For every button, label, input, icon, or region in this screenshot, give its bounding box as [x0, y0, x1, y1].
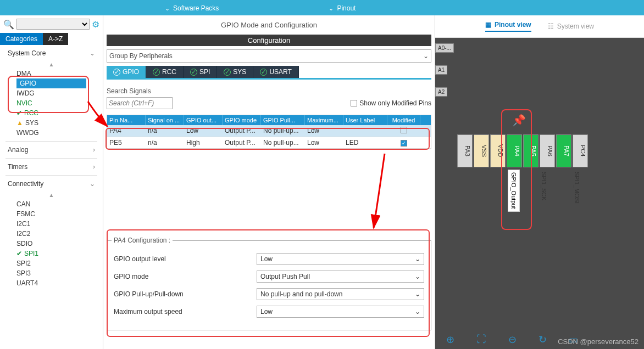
- checkbox-icon[interactable]: [401, 127, 407, 133]
- table-row-pe5[interactable]: PE5 n/a High Output P... No pull-up... L…: [107, 137, 431, 149]
- tab-pinout-view[interactable]: ▦Pinout view: [485, 21, 531, 32]
- pin-pa6[interactable]: PA6: [540, 134, 555, 167]
- check-icon: ✓: [190, 69, 197, 76]
- gpio-table: Pin Na... Signal on ... GPIO out... GPIO…: [107, 115, 431, 149]
- tab-rcc[interactable]: ✓RCC: [146, 66, 184, 78]
- connectivity-items: CAN FSMC I2C1 I2C2 SDIO ✔SPI1 SPI2 SPI3 …: [0, 198, 103, 291]
- col-mode[interactable]: GPIO mode: [223, 115, 261, 125]
- fit-icon[interactable]: ⛶: [476, 334, 486, 346]
- sidebar-item-rcc[interactable]: ✔RCC: [0, 108, 103, 118]
- chevron-down-icon: ⌄: [423, 52, 429, 60]
- tab-spi[interactable]: ✓SPI: [184, 66, 217, 78]
- pin-label-pa4: GPIO_Output: [508, 170, 520, 212]
- check-icon: ✔: [16, 250, 22, 257]
- checkbox-icon: [351, 100, 357, 106]
- cfg-mode-select[interactable]: Output Push Pull⌄: [257, 271, 424, 283]
- menu-software-packs[interactable]: ⌄Software Packs: [165, 3, 219, 12]
- sidebar-item-uart4[interactable]: UART4: [0, 278, 103, 288]
- cfg-speed-select[interactable]: Low⌄: [257, 306, 424, 318]
- search-signals-label: Search Signals: [107, 87, 431, 95]
- col-pull[interactable]: GPIO Pull...: [261, 115, 305, 125]
- pin-pa4[interactable]: PA4: [507, 134, 522, 167]
- sidebar-item-i2c1[interactable]: I2C1: [0, 219, 103, 229]
- sidebar-item-dma[interactable]: DMA: [0, 69, 103, 78]
- col-signal[interactable]: Signal on ...: [146, 115, 184, 125]
- chip-icon: ▦: [485, 21, 491, 29]
- rotate-icon[interactable]: ↻: [538, 334, 547, 346]
- sidebar-item-gpio[interactable]: GPIO: [16, 78, 86, 88]
- col-pin[interactable]: Pin Na...: [107, 115, 146, 125]
- sidebar-item-fsmc[interactable]: FSMC: [0, 209, 103, 219]
- check-icon: ✔: [16, 109, 22, 117]
- tab-categories[interactable]: Categories: [0, 33, 43, 45]
- checkbox-checked-icon[interactable]: ✓: [401, 140, 407, 147]
- cfg-mode-label: GPIO mode: [114, 273, 257, 280]
- col-modified[interactable]: Modified: [387, 115, 420, 125]
- tab-az[interactable]: A->Z: [43, 33, 68, 45]
- settings-gear-icon[interactable]: ⚙: [92, 19, 99, 30]
- sidebar-item-spi2[interactable]: SPI2: [0, 258, 103, 268]
- section-system-core[interactable]: System Core⌄: [0, 45, 103, 61]
- table-header: Pin Na... Signal on ... GPIO out... GPIO…: [107, 115, 431, 125]
- pin-pa5[interactable]: PA5: [523, 134, 538, 167]
- sidebar-item-spi1[interactable]: ✔SPI1: [0, 249, 103, 258]
- sidebar-item-iwdg[interactable]: IWDG: [0, 88, 103, 98]
- chevron-down-icon: ⌄: [165, 5, 170, 12]
- pin-pa7[interactable]: PA7: [556, 134, 571, 167]
- pin-pa3[interactable]: PA3: [457, 134, 473, 167]
- chevron-down-icon: ⌄: [90, 180, 95, 188]
- cfg-pull-label: GPIO Pull-up/Pull-down: [114, 290, 257, 298]
- side-pin-a1[interactable]: A1: [435, 65, 447, 75]
- col-out[interactable]: GPIO out...: [184, 115, 223, 125]
- sidebar-item-nvic[interactable]: NVIC: [0, 98, 103, 108]
- sidebar-item-i2c2[interactable]: I2C2: [0, 229, 103, 239]
- check-icon: ✓: [113, 69, 120, 76]
- sidebar: 🔍 ⚙ Categories A->Z System Core⌄ ▲ DMA G…: [0, 15, 103, 349]
- cfg-output-level-select[interactable]: Low⌄: [257, 253, 424, 265]
- table-row-pa4[interactable]: PA4 n/a Low Output P... No pull-up... Lo…: [107, 125, 431, 137]
- col-label[interactable]: User Label: [343, 115, 387, 125]
- zoom-out-icon[interactable]: ⊖: [508, 334, 517, 346]
- pin-vdd[interactable]: VDD: [490, 134, 506, 167]
- main-title: GPIO Mode and Configuration: [103, 15, 435, 35]
- section-analog[interactable]: Analog›: [0, 142, 103, 158]
- section-timers[interactable]: Timers›: [0, 159, 103, 175]
- system-core-items: DMA GPIO IWDG NVIC ✔RCC ▲SYS WWDG: [0, 67, 103, 141]
- zoom-in-icon[interactable]: ⊕: [446, 334, 454, 346]
- top-menu-bar: ⌄Software Packs ⌄Pinout: [0, 0, 644, 15]
- search-signals-input[interactable]: [107, 97, 173, 109]
- menu-pinout[interactable]: ⌄Pinout: [329, 3, 356, 12]
- cfg-speed-label: Maximum output speed: [114, 308, 257, 316]
- sidebar-item-sdio[interactable]: SDIO: [0, 239, 103, 249]
- chevron-right-icon: ›: [93, 146, 95, 154]
- sidebar-item-spi3[interactable]: SPI3: [0, 268, 103, 278]
- pin-pc4[interactable]: PC4: [573, 134, 588, 167]
- sidebar-item-sys[interactable]: ▲SYS: [0, 118, 103, 128]
- warn-icon: ▲: [16, 119, 23, 127]
- tab-gpio[interactable]: ✓GPIO: [107, 66, 146, 78]
- tab-sys[interactable]: ✓SYS: [217, 66, 253, 78]
- pin-vss[interactable]: VSS: [474, 134, 489, 167]
- sidebar-item-wwdg[interactable]: WWDG: [0, 128, 103, 138]
- tab-system-view[interactable]: ☷System view: [548, 21, 594, 32]
- list-icon: ☷: [548, 22, 554, 30]
- tab-usart[interactable]: ✓USART: [253, 66, 298, 78]
- side-pin-a2[interactable]: A2: [435, 87, 447, 97]
- chevron-down-icon: ⌄: [90, 49, 95, 57]
- chevron-down-icon: ⌄: [329, 5, 334, 12]
- sidebar-item-can[interactable]: CAN: [0, 199, 103, 209]
- group-by-dropdown[interactable]: Group By Peripherals⌄: [107, 49, 431, 63]
- cfg-pull-select[interactable]: No pull-up and no pull-down⌄: [257, 288, 424, 300]
- configuration-header: Configuration: [107, 35, 431, 46]
- chevron-down-icon: ⌄: [415, 255, 420, 263]
- watermark: CSDN @perseverance52: [558, 337, 639, 346]
- chip-canvas[interactable]: A0-... A1 A2 PA3 VSS VDD PA4 PA5 PA6 PA7…: [435, 38, 644, 349]
- search-dropdown[interactable]: [16, 19, 90, 30]
- show-modified-checkbox[interactable]: Show only Modified Pins: [351, 99, 431, 107]
- col-speed[interactable]: Maximum...: [305, 115, 343, 125]
- section-connectivity[interactable]: Connectivity⌄: [0, 176, 103, 192]
- scroll-up-icon[interactable]: ▲: [0, 61, 103, 67]
- side-pin-a0[interactable]: A0-...: [435, 43, 454, 53]
- search-icon[interactable]: 🔍: [3, 19, 14, 30]
- scroll-up-icon[interactable]: ▲: [0, 192, 103, 198]
